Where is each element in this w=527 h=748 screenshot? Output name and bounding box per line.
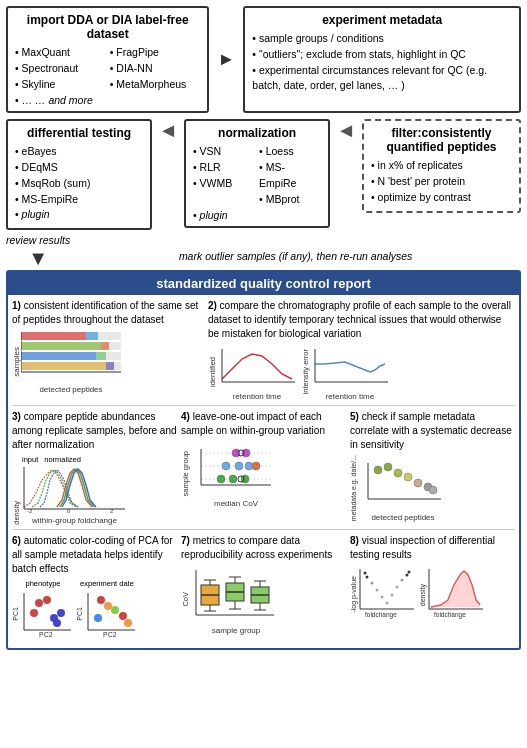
filter-item-1: in x% of replicates bbox=[371, 158, 512, 174]
filter-list: in x% of replicates N 'best' per protein… bbox=[371, 158, 512, 205]
arrow-diff-norm: ◄ bbox=[158, 119, 178, 142]
chart2b-yaxis: intensity error bbox=[301, 349, 310, 394]
chart6a-inner: PC1 bbox=[12, 588, 74, 640]
norm-item-5: MS-EmpiRe bbox=[259, 160, 321, 192]
chart2a-svg: retention time bbox=[217, 344, 297, 401]
exp-item-1: sample groups / conditions bbox=[252, 31, 512, 47]
svg-point-92 bbox=[401, 578, 404, 581]
qc-cell-1: 1) consistent identification of the same… bbox=[12, 299, 204, 401]
svg-point-60 bbox=[94, 614, 102, 622]
chart7-xaxis: sample group bbox=[191, 626, 281, 635]
chart4-area: sample group bbox=[181, 441, 346, 508]
chart3-label-input: input bbox=[22, 455, 38, 464]
svg-rect-9 bbox=[101, 342, 109, 350]
chart4-svg: median CoV bbox=[191, 441, 281, 508]
svg-point-58 bbox=[104, 602, 112, 610]
chart8b-svg: foldchange bbox=[426, 565, 486, 625]
review-section: review results ▼ mark outlier samples (i… bbox=[6, 234, 521, 268]
norm-extra: • plugin bbox=[193, 209, 321, 221]
chart2-row: identified retention time bbox=[208, 344, 515, 401]
chart6b-inner: PC1 bbox=[76, 588, 138, 640]
chart8a: -log p-value bbox=[350, 565, 417, 625]
import-item-6: MetaMorpheus bbox=[110, 77, 201, 93]
svg-point-94 bbox=[406, 573, 409, 576]
diff-item-3: MsqRob (sum) bbox=[15, 176, 143, 192]
qc-desc-6: 6) automatic color-coding of PCA for all… bbox=[12, 534, 177, 576]
import-item-1: MaxQuant bbox=[15, 45, 106, 61]
qc-desc-2: 2) compare the chromatography profile of… bbox=[208, 299, 515, 341]
chart2a-yaxis: identified bbox=[208, 357, 217, 387]
chart3-yaxis: density bbox=[12, 501, 21, 525]
import-item-2: Spectronaut bbox=[15, 61, 106, 77]
svg-point-52 bbox=[57, 609, 65, 617]
norm-col2: Loess MS-EmpiRe MBprot bbox=[259, 144, 321, 207]
svg-point-59 bbox=[111, 606, 119, 614]
svg-text:PC2: PC2 bbox=[39, 631, 53, 638]
qc-cell-8: 8) visual inspection of differential tes… bbox=[350, 534, 515, 640]
filter-box: filter:consistently quantified peptides … bbox=[362, 119, 521, 212]
svg-text:PC2: PC2 bbox=[103, 631, 117, 638]
chart5-area: metadata e.g. date/... bbox=[350, 455, 515, 522]
qc-desc-3: 3) compare peptide abundances among repl… bbox=[12, 410, 177, 452]
norm-item-3: VWMB bbox=[193, 176, 255, 192]
import-item-5: DIA-NN bbox=[110, 61, 201, 77]
qc-cell-6: 6) automatic color-coding of PCA for all… bbox=[12, 534, 177, 640]
exp-item-3: experimental circumstances relevant for … bbox=[252, 63, 512, 95]
chart6a-label: phenotype bbox=[12, 579, 74, 588]
qc-row-3: 6) automatic color-coding of PCA for all… bbox=[12, 534, 515, 644]
chart1-yaxis: samples bbox=[12, 347, 21, 377]
import-list: MaxQuant Spectronaut Skyline FragPipe DI… bbox=[15, 45, 200, 92]
diff-item-4: MS-EmpiRe bbox=[15, 192, 143, 208]
svg-point-57 bbox=[97, 596, 105, 604]
svg-point-49 bbox=[43, 596, 51, 604]
svg-rect-10 bbox=[96, 352, 106, 360]
chart5-svg: detected peptides bbox=[358, 455, 448, 522]
qc-desc-7: 7) metrics to compare data reproducibili… bbox=[181, 534, 346, 562]
qc-cell-7: 7) metrics to compare data reproducibili… bbox=[181, 534, 346, 640]
review-left: review results ▼ bbox=[6, 234, 70, 268]
chart1-xaxis: detected peptides bbox=[21, 385, 121, 394]
chart2b-svg: retention time bbox=[310, 344, 390, 401]
norm-col1: VSN RLR VWMB bbox=[193, 144, 255, 207]
svg-point-42 bbox=[404, 473, 412, 481]
chart8a-yaxis: -log p-value bbox=[350, 576, 357, 613]
chart7-yaxis: CoV bbox=[181, 592, 190, 607]
chart2a: identified retention time bbox=[208, 344, 297, 401]
filter-item-2: N 'best' per protein bbox=[371, 174, 512, 190]
svg-point-39 bbox=[374, 466, 382, 474]
chart8b-inner: density foldchange bbox=[419, 565, 486, 625]
import-item-3: Skyline bbox=[15, 77, 106, 93]
top-row: import DDA or DIA label-free dataset Max… bbox=[6, 6, 521, 113]
svg-point-48 bbox=[35, 599, 43, 607]
arrow-norm-filter: ◄ bbox=[336, 119, 356, 142]
import-extra: • … … and more bbox=[15, 94, 200, 106]
qc-desc-8: 8) visual inspection of differential tes… bbox=[350, 534, 515, 562]
diff-title: differential testing bbox=[15, 126, 143, 140]
chart6a-yaxis: PC1 bbox=[12, 607, 19, 621]
svg-point-93 bbox=[366, 575, 369, 578]
diff-item-1: eBayes bbox=[15, 144, 143, 160]
chart4-xaxis: median CoV bbox=[191, 499, 281, 508]
svg-point-62 bbox=[124, 619, 132, 627]
norm-title: normalization bbox=[193, 126, 321, 140]
experiment-box: experiment metadata sample groups / cond… bbox=[243, 6, 521, 113]
diff-list: eBayes DEqMS MsqRob (sum) MS-EmpiRe plug… bbox=[15, 144, 143, 223]
import-item-4: FragPipe bbox=[110, 45, 201, 61]
svg-point-41 bbox=[394, 469, 402, 477]
svg-point-61 bbox=[119, 612, 127, 620]
chart6b: experiment date PC1 bbox=[76, 579, 138, 640]
diff-item-2: DEqMS bbox=[15, 160, 143, 176]
svg-rect-5 bbox=[21, 342, 101, 350]
svg-point-91 bbox=[371, 581, 374, 584]
svg-point-40 bbox=[384, 463, 392, 471]
chart4-yaxis: sample group bbox=[181, 451, 190, 496]
filter-title: filter:consistently quantified peptides bbox=[371, 126, 512, 154]
chart1-svg: detected peptides bbox=[21, 330, 121, 394]
chart8a-svg: foldchange bbox=[357, 565, 417, 625]
svg-text:-2: -2 bbox=[27, 508, 33, 513]
qc-title: standardized quality control report bbox=[8, 272, 519, 295]
chart6a-svg: PC2 bbox=[19, 588, 74, 640]
experiment-title: experiment metadata bbox=[252, 13, 512, 27]
qc-cell-3: 3) compare peptide abundances among repl… bbox=[12, 410, 177, 525]
svg-rect-6 bbox=[21, 352, 96, 360]
